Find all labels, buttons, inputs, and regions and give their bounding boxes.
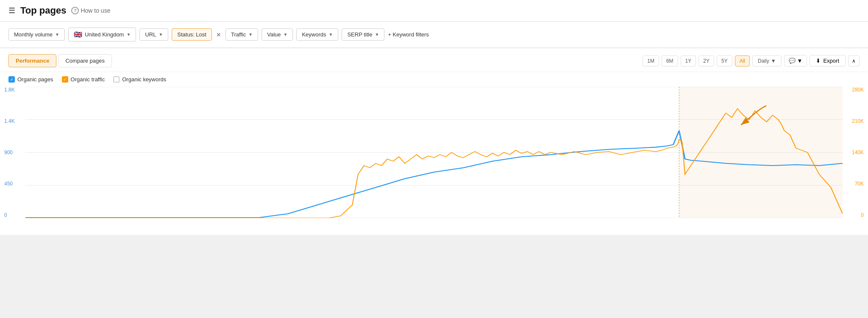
how-to-use-label: How to use xyxy=(81,7,110,14)
export-icon: ⬇ xyxy=(816,58,821,64)
chart-section: Performance Compare pages 1M 6M 1Y 2Y 5Y… xyxy=(0,48,868,235)
interval-label: Daily xyxy=(758,58,769,64)
keywords-label: Keywords xyxy=(302,31,326,38)
chevron-down-icon: ▼ xyxy=(375,32,379,37)
url-filter[interactable]: URL ▼ xyxy=(139,28,168,41)
page-title: Top pages xyxy=(20,5,66,16)
chart-area: 1.8K 1.4K 900 450 0 280K 210K 140K 70K 0 xyxy=(0,83,868,235)
menu-icon[interactable]: ☰ xyxy=(8,6,15,15)
y-axis-left: 1.8K 1.4K 900 450 0 xyxy=(4,87,15,218)
monthly-volume-label: Monthly volume xyxy=(14,31,53,38)
keyword-filters-button[interactable]: + Keyword filters xyxy=(388,31,428,38)
traffic-label: Traffic xyxy=(231,31,246,38)
time-5y-button[interactable]: 5Y xyxy=(717,55,732,66)
serp-title-label: SERP title xyxy=(347,31,372,38)
legend-organic-pages[interactable]: ✓ Organic pages xyxy=(8,76,53,83)
performance-chart: 4 Jun 2015 1 Oct 2016 29 Jan 2018 29 May… xyxy=(25,87,843,218)
value-filter[interactable]: Value ▼ xyxy=(262,28,293,41)
collapse-button[interactable]: ∧ xyxy=(848,55,860,66)
chevron-down-icon: ▼ xyxy=(771,58,776,64)
y-left-4: 450 xyxy=(4,181,15,187)
time-6m-button[interactable]: 6M xyxy=(662,55,678,66)
y-right-4: 70K xyxy=(852,181,864,187)
y-right-1: 280K xyxy=(852,87,864,93)
y-right-3: 140K xyxy=(852,149,864,155)
filters-bar: Monthly volume ▼ 🇬🇧 United Kingdom ▼ URL… xyxy=(0,22,868,48)
y-right-2: 210K xyxy=(852,118,864,124)
y-left-3: 900 xyxy=(4,149,15,155)
chevron-down-icon: ▼ xyxy=(329,32,333,37)
y-axis-right: 280K 210K 140K 70K 0 xyxy=(852,87,864,218)
chevron-down-icon: ▼ xyxy=(284,32,288,37)
comment-button[interactable]: 💬 ▼ xyxy=(784,55,807,66)
url-label: URL xyxy=(145,31,156,38)
y-left-2: 1.4K xyxy=(4,118,15,124)
tab-performance[interactable]: Performance xyxy=(8,54,56,67)
y-left-5: 0 xyxy=(4,212,15,218)
organic-keywords-label: Organic keywords xyxy=(122,76,166,83)
status-filter[interactable]: Status: Lost xyxy=(172,28,212,41)
country-label: United Kingdom xyxy=(85,31,124,38)
top-bar: ☰ Top pages ? How to use xyxy=(0,0,868,22)
organic-traffic-label: Organic traffic xyxy=(71,76,105,83)
how-to-use-link[interactable]: ? How to use xyxy=(71,7,110,14)
organic-traffic-checkbox[interactable]: ✓ xyxy=(62,76,68,83)
arrow-annotation xyxy=(737,104,771,129)
organic-pages-checkbox[interactable]: ✓ xyxy=(8,76,15,83)
time-1m-button[interactable]: 1M xyxy=(643,55,659,66)
chart-controls: 1M 6M 1Y 2Y 5Y All Daily ▼ 💬 ▼ ⬇ Export … xyxy=(643,55,860,66)
monthly-volume-filter[interactable]: Monthly volume ▼ xyxy=(8,28,65,41)
keyword-filters-label: + Keyword filters xyxy=(388,31,428,38)
tab-compare-pages[interactable]: Compare pages xyxy=(58,54,112,67)
comment-icon: 💬 xyxy=(789,58,796,64)
y-left-1: 1.8K xyxy=(4,87,15,93)
value-label: Value xyxy=(267,31,281,38)
export-button[interactable]: ⬇ Export xyxy=(810,55,846,66)
organic-keywords-checkbox[interactable] xyxy=(113,76,120,83)
keywords-filter[interactable]: Keywords ▼ xyxy=(296,28,338,41)
chevron-down-icon: ▼ xyxy=(248,32,253,37)
legend-organic-traffic[interactable]: ✓ Organic traffic xyxy=(62,76,105,83)
chevron-down-icon: ▼ xyxy=(797,58,803,64)
traffic-filter[interactable]: Traffic ▼ xyxy=(225,28,258,41)
chevron-up-icon: ∧ xyxy=(852,58,856,64)
y-right-5: 0 xyxy=(852,212,864,218)
time-all-button[interactable]: All xyxy=(735,55,750,66)
organic-pages-label: Organic pages xyxy=(17,76,53,83)
chevron-down-icon: ▼ xyxy=(159,32,163,37)
chart-header: Performance Compare pages 1M 6M 1Y 2Y 5Y… xyxy=(0,48,868,72)
status-close-button[interactable]: ✕ xyxy=(215,31,222,38)
legend-row: ✓ Organic pages ✓ Organic traffic Organi… xyxy=(0,72,868,83)
serp-title-filter[interactable]: SERP title ▼ xyxy=(342,28,384,41)
country-filter[interactable]: 🇬🇧 United Kingdom ▼ xyxy=(68,28,136,41)
time-2y-button[interactable]: 2Y xyxy=(698,55,714,66)
uk-flag-icon: 🇬🇧 xyxy=(74,30,82,39)
chart-tabs: Performance Compare pages xyxy=(8,54,112,67)
interval-daily-button[interactable]: Daily ▼ xyxy=(752,55,782,66)
time-1y-button[interactable]: 1Y xyxy=(681,55,696,66)
chevron-down-icon: ▼ xyxy=(126,32,131,37)
legend-organic-keywords[interactable]: Organic keywords xyxy=(113,76,166,83)
help-icon: ? xyxy=(71,7,79,14)
chevron-down-icon: ▼ xyxy=(55,32,59,37)
status-label: Status: Lost xyxy=(177,31,206,38)
export-label: Export xyxy=(823,58,839,64)
